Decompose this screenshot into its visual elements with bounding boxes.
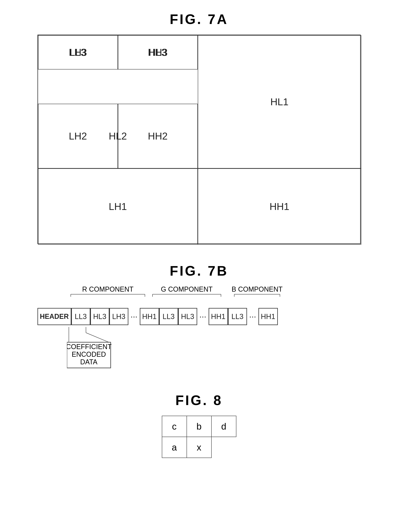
cell8-r2c2: a xyxy=(162,437,187,458)
cell-lh1: LH1 xyxy=(38,168,198,245)
cell-hh3: HH3 xyxy=(118,35,198,70)
cell8-r1c2: c xyxy=(162,416,187,437)
fig7a-section: FIG. 7A LL3 HL3 LH3 HH3 HL2 HL1 LH2 HH2 … xyxy=(37,11,361,244)
header-cell: HEADER xyxy=(37,308,71,325)
topleft-block: LL3 HL3 LH3 HH3 xyxy=(38,35,198,104)
cell8-r1c1-empty xyxy=(137,416,162,437)
cell8-r2c3: x xyxy=(187,437,211,458)
cell8-r1c5-empty xyxy=(236,416,261,437)
cell-hl3-g: HL3 xyxy=(178,308,197,325)
fig8-title: FIG. 8 xyxy=(113,393,285,408)
cell-hh1: HH1 xyxy=(198,168,361,245)
cell8-r2c5-empty xyxy=(236,437,261,458)
wavelet-grid: LL3 HL3 LH3 HH3 HL2 HL1 LH2 HH2 LH1 HH1 xyxy=(37,35,361,244)
component-labels-area: R COMPONENT G COMPONENT B COMPONENT xyxy=(37,286,361,306)
fig7b-section: FIG. 7B R COMPONENT G COMPONENT B COMPON… xyxy=(37,263,361,370)
cell8-r1c3: b xyxy=(187,416,211,437)
r-label: R COMPONENT xyxy=(82,286,133,293)
cell-hh1-r: HH1 xyxy=(140,308,159,325)
cell-ll3-r: LL3 xyxy=(71,308,90,325)
annotation-line3: DATA xyxy=(80,358,97,366)
cell-hl3-r: HL3 xyxy=(90,308,109,325)
annotation-line1: COEFFICIENT xyxy=(67,343,112,351)
dots-b: ··· xyxy=(247,308,258,325)
cell-hl1: HL1 xyxy=(198,35,361,168)
fig8-section: FIG. 8 c b d a x xyxy=(113,393,285,458)
cell-hh1-b: HH1 xyxy=(258,308,278,325)
g-label: G COMPONENT xyxy=(161,286,212,293)
cell8-r2c4-empty xyxy=(211,437,236,458)
dots-g: ··· xyxy=(197,308,209,325)
fig8-row1: c b d xyxy=(137,416,261,437)
svg-line-12 xyxy=(86,333,109,342)
dots-r1: ··· xyxy=(128,308,140,325)
cell8-r2c1-empty xyxy=(137,437,162,458)
brace-svg: R COMPONENT G COMPONENT B COMPONENT xyxy=(67,286,360,305)
cell-ll3-g: LL3 xyxy=(159,308,178,325)
cell-hh1-g: HH1 xyxy=(209,308,228,325)
fig8-grid: c b d a x xyxy=(137,416,261,458)
cell8-r1c4: d xyxy=(211,416,236,437)
cell-lh3-r: LH3 xyxy=(109,308,128,325)
fig8-grid-wrapper: c b d a x xyxy=(113,416,285,458)
fig7b-title: FIG. 7B xyxy=(37,263,361,279)
fig7a-title: FIG. 7A xyxy=(37,11,361,27)
annotation-svg: COEFFICIENT ENCODED DATA xyxy=(67,327,133,369)
annotation-line2: ENCODED xyxy=(71,350,106,358)
data-strip: HEADER LL3 HL3 LH3 ··· HH1 LL3 HL3 ··· H… xyxy=(37,308,361,325)
cell-ll3-b: LL3 xyxy=(228,308,247,325)
b-label: B COMPONENT xyxy=(231,286,282,293)
fig8-row2: a x xyxy=(137,437,261,458)
cell-hh2: HH2 xyxy=(118,104,198,168)
annotation-area: COEFFICIENT ENCODED DATA xyxy=(67,327,361,370)
cell-lh2: LH2 xyxy=(38,104,118,168)
cell-lh3: LH3 xyxy=(38,35,118,70)
